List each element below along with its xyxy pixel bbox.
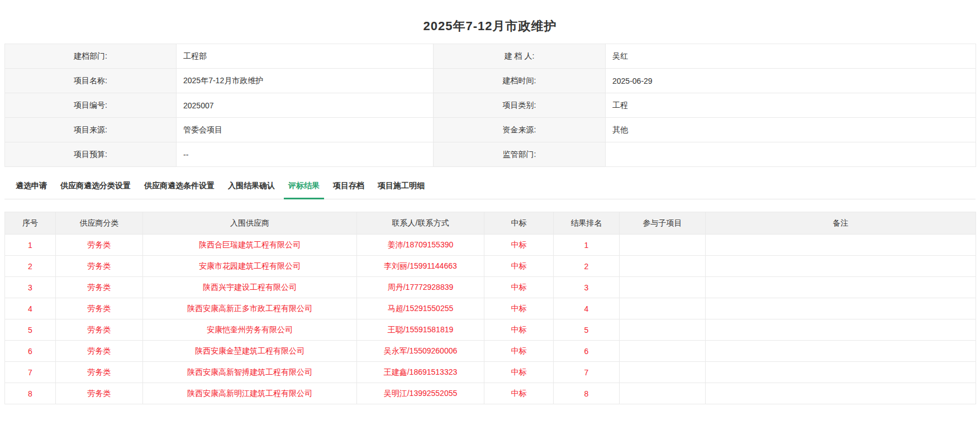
column-header: 联系人/联系方式: [357, 212, 484, 235]
table-cell: 8: [5, 383, 56, 404]
info-value: 吴红: [606, 44, 976, 69]
table-cell: 陕西安康高新明江建筑工程有限公司: [143, 383, 357, 404]
column-header: 供应商分类: [56, 212, 143, 235]
table-cell: 中标: [484, 319, 554, 341]
info-label: 项目类别:: [434, 93, 606, 118]
table-cell: 7: [554, 362, 620, 383]
table-cell: 5: [554, 319, 620, 341]
info-label: 项目来源:: [5, 118, 177, 142]
table-cell: [706, 298, 976, 319]
tab-bar: 遴选申请供应商遴选分类设置供应商遴选条件设置入围结果确认评标结果项目存档项目施工…: [4, 179, 976, 199]
info-value: 2025-06-29: [606, 69, 976, 93]
tab-evaluation-results[interactable]: 评标结果: [284, 181, 324, 199]
table-cell: 5: [5, 319, 56, 341]
info-value: [606, 142, 976, 167]
info-row: 项目编号:2025007项目类别:工程: [5, 93, 976, 118]
info-label: 建 档 人:: [434, 44, 606, 69]
table-cell: 陕西兴宇建设工程有限公司: [143, 277, 357, 298]
table-row[interactable]: 2劳务类安康市花园建筑工程有限公司李刘丽/15991144663中标2: [5, 256, 976, 277]
table-row[interactable]: 6劳务类陕西安康金堃建筑工程有限公司吴永军/15509260006中标6: [5, 341, 976, 362]
table-cell: 劳务类: [56, 235, 143, 256]
info-value: 工程部: [177, 44, 434, 69]
column-header: 备注: [706, 212, 976, 235]
table-row[interactable]: 4劳务类陕西安康高新正多市政工程有限公司马超/15291550255中标4: [5, 298, 976, 319]
table-row[interactable]: 3劳务类陕西兴宇建设工程有限公司周丹/17772928839中标3: [5, 277, 976, 298]
table-cell: [706, 319, 976, 341]
table-cell: 劳务类: [56, 256, 143, 277]
evaluation-results-table: 序号供应商分类入围供应商联系人/联系方式中标结果排名参与子项目备注 1劳务类陕西…: [4, 212, 976, 404]
table-cell: 陕西安康金堃建筑工程有限公司: [143, 341, 357, 362]
table-row[interactable]: 1劳务类陕西合巨瑞建筑工程有限公司姜沛/18709155390中标1: [5, 235, 976, 256]
table-cell: [706, 235, 976, 256]
tab-project-archive[interactable]: 项目存档: [329, 181, 369, 199]
page-root: 2025年7-12月市政维护 建档部门:工程部建 档 人:吴红项目名称:2025…: [0, 0, 980, 404]
info-value: --: [177, 142, 434, 167]
table-cell: [620, 341, 706, 362]
results-header-row: 序号供应商分类入围供应商联系人/联系方式中标结果排名参与子项目备注: [5, 212, 976, 235]
table-cell: 姜沛/18709155390: [357, 235, 484, 256]
table-cell: 中标: [484, 277, 554, 298]
column-header: 结果排名: [554, 212, 620, 235]
table-cell: 1: [554, 235, 620, 256]
info-label: 资金来源:: [434, 118, 606, 142]
table-cell: [706, 362, 976, 383]
table-cell: 劳务类: [56, 277, 143, 298]
table-cell: [620, 319, 706, 341]
table-cell: 陕西安康高新正多市政工程有限公司: [143, 298, 357, 319]
info-value: 管委会项目: [177, 118, 434, 142]
info-value: 其他: [606, 118, 976, 142]
tab-supplier-condition-settings[interactable]: 供应商遴选条件设置: [140, 181, 219, 199]
table-cell: 中标: [484, 235, 554, 256]
info-row: 项目名称:2025年7-12月市政维护建档时间:2025-06-29: [5, 69, 976, 93]
table-cell: [620, 362, 706, 383]
table-cell: 劳务类: [56, 319, 143, 341]
table-cell: [620, 235, 706, 256]
table-cell: [620, 298, 706, 319]
table-row[interactable]: 5劳务类安康恺奎州劳务有限公司王聪/15591581819中标5: [5, 319, 976, 341]
table-cell: 中标: [484, 362, 554, 383]
table-cell: [620, 256, 706, 277]
project-info-table: 建档部门:工程部建 档 人:吴红项目名称:2025年7-12月市政维护建档时间:…: [4, 44, 976, 167]
table-cell: 马超/15291550255: [357, 298, 484, 319]
table-cell: 劳务类: [56, 341, 143, 362]
info-label: 项目预算:: [5, 142, 177, 167]
table-cell: 劳务类: [56, 298, 143, 319]
table-cell: 6: [554, 341, 620, 362]
table-cell: 中标: [484, 341, 554, 362]
info-label: 监管部门:: [434, 142, 606, 167]
table-row[interactable]: 8劳务类陕西安康高新明江建筑工程有限公司吴明江/13992552055中标8: [5, 383, 976, 404]
table-cell: 李刘丽/15991144663: [357, 256, 484, 277]
table-cell: 7: [5, 362, 56, 383]
info-label: 项目编号:: [5, 93, 177, 118]
tab-supplier-category-settings[interactable]: 供应商遴选分类设置: [56, 181, 135, 199]
table-cell: 王建鑫/18691513323: [357, 362, 484, 383]
results-body: 1劳务类陕西合巨瑞建筑工程有限公司姜沛/18709155390中标12劳务类安康…: [5, 235, 976, 404]
table-cell: 陕西安康高新智搏建筑工程有限公司: [143, 362, 357, 383]
table-cell: 中标: [484, 298, 554, 319]
table-cell: 中标: [484, 256, 554, 277]
table-cell: 2: [5, 256, 56, 277]
table-cell: 2: [554, 256, 620, 277]
table-cell: 吴明江/13992552055: [357, 383, 484, 404]
table-cell: 1: [5, 235, 56, 256]
tab-selection-apply[interactable]: 遴选申请: [11, 181, 51, 199]
info-row: 项目预算:--监管部门:: [5, 142, 976, 167]
table-cell: [706, 341, 976, 362]
tab-shortlist-confirm[interactable]: 入围结果确认: [223, 181, 279, 199]
table-cell: 吴永军/15509260006: [357, 341, 484, 362]
column-header: 中标: [484, 212, 554, 235]
column-header: 参与子项目: [620, 212, 706, 235]
table-cell: [706, 383, 976, 404]
column-header: 序号: [5, 212, 56, 235]
table-cell: 中标: [484, 383, 554, 404]
tab-construction-detail[interactable]: 项目施工明细: [373, 181, 429, 199]
table-cell: [620, 383, 706, 404]
table-row[interactable]: 7劳务类陕西安康高新智搏建筑工程有限公司王建鑫/18691513323中标7: [5, 362, 976, 383]
info-label: 项目名称:: [5, 69, 177, 93]
table-cell: 6: [5, 341, 56, 362]
table-cell: 3: [5, 277, 56, 298]
table-cell: 4: [5, 298, 56, 319]
table-cell: 王聪/15591581819: [357, 319, 484, 341]
page-title: 2025年7-12月市政维护: [4, 0, 976, 44]
table-cell: [706, 277, 976, 298]
